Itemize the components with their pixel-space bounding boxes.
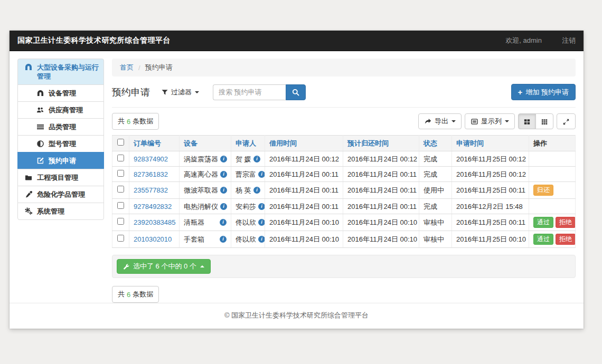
device-name: 涡旋震荡器 [184, 155, 218, 164]
top-navbar: 国家卫生计生委科学技术研究所综合管理平台 欢迎, admin 注销 [10, 31, 584, 51]
sidebar-item-equipment-section[interactable]: 大型设备采购与运行管理 [17, 59, 104, 85]
magnet-icon [36, 89, 44, 97]
selection-actions-button[interactable]: 选中了 6 个中的 0 个 [117, 259, 211, 274]
applicant-name: 佟以欣 [236, 235, 256, 244]
borrow-time: 2016年11月24日 00:11 [269, 170, 338, 178]
show-columns-button[interactable]: 显示列 [465, 113, 515, 129]
apply-time: 2016年11月25日 00:12 [456, 155, 526, 163]
add-reservation-label: 增加 预约申请 [525, 88, 569, 97]
sidebar-item-model-management[interactable]: 型号管理 [17, 135, 104, 152]
applicant-name: 佟以欣 [236, 218, 256, 227]
reject-button[interactable]: 拒绝 [556, 234, 576, 245]
column-header-applicant[interactable]: 申请人 [236, 139, 256, 147]
logout-link[interactable]: 注销 [562, 36, 576, 45]
status-text: 审核中 [424, 235, 444, 243]
row-checkbox[interactable] [117, 235, 124, 242]
table-view-button[interactable] [535, 113, 553, 129]
grid-small-icon [541, 118, 548, 126]
export-button[interactable]: 导出 [418, 113, 462, 129]
order-id-link[interactable]: 928374902 [134, 155, 168, 163]
table-header-row: 订单编号 设备 申请人 借用时间 预计归还时间 状态 申请时间 操作 [112, 136, 576, 151]
info-icon[interactable]: i [258, 236, 265, 243]
column-header-device[interactable]: 设备 [184, 139, 197, 147]
order-id-link[interactable]: 235577832 [134, 186, 168, 194]
order-id-link[interactable]: 2010302010 [134, 235, 172, 243]
sidebar-item-project-management[interactable]: 工程项目管理 [17, 169, 104, 186]
approve-button[interactable]: 通过 [533, 217, 553, 228]
info-icon[interactable]: i [258, 203, 265, 210]
info-icon[interactable]: i [220, 219, 227, 226]
order-id-link[interactable]: 23920383485 [134, 218, 176, 226]
sidebar-item-reservation-request[interactable]: 预约申请 [17, 152, 104, 169]
count-suffix: 条数据 [133, 117, 153, 126]
table-row: 827361832 高速离心器i 曹宗富i 2016年11月24日 00:11 … [112, 167, 576, 182]
column-header-borrow-time[interactable]: 借用时间 [269, 139, 297, 147]
sidebar-item-device-management[interactable]: 设备管理 [17, 84, 104, 102]
search-icon [292, 89, 299, 96]
caret-down-icon [195, 91, 199, 93]
folder-icon [25, 174, 32, 181]
info-icon[interactable]: i [220, 187, 227, 194]
show-columns-label: 显示列 [481, 117, 502, 126]
add-reservation-button[interactable]: + 增加 预约申请 [511, 84, 576, 100]
column-header-status[interactable]: 状态 [424, 139, 437, 147]
reject-button[interactable]: 拒绝 [556, 217, 576, 228]
column-header-apply-time[interactable]: 申请时间 [456, 139, 484, 147]
device-name: 电热消解仪 [184, 202, 218, 211]
main-panel: 首页 / 预约申请 预约申请 过滤器 [112, 59, 576, 303]
info-icon[interactable]: i [220, 203, 227, 210]
count-number: 6 [127, 291, 130, 299]
funnel-icon [162, 89, 168, 95]
applicant-name: 曹宗富 [236, 170, 256, 179]
row-checkbox[interactable] [117, 155, 124, 161]
info-icon[interactable]: i [220, 171, 227, 178]
sidebar-item-system-management[interactable]: 系统管理 [17, 203, 104, 220]
search-input[interactable] [213, 84, 286, 100]
select-all-checkbox[interactable] [117, 139, 124, 146]
expand-icon [562, 118, 570, 126]
filter-dropdown-button[interactable]: 过滤器 [162, 88, 199, 97]
reservations-table: 订单编号 设备 申请人 借用时间 预计归还时间 状态 申请时间 操作 [112, 135, 576, 248]
apply-time: 2016年11月25日 00:11 [456, 186, 525, 194]
order-id-link[interactable]: 9278492832 [134, 203, 172, 210]
return-time: 2016年11月24日 00:12 [347, 155, 417, 163]
device-name: 微波萃取器 [184, 186, 218, 195]
sidebar-item-label: 供应商管理 [49, 106, 83, 114]
column-header-order-id[interactable]: 订单编号 [134, 139, 161, 147]
sidebar-item-hazardous-chemicals[interactable]: 危险化学品管理 [17, 186, 104, 203]
sidebar-item-supplier-management[interactable]: 供应商管理 [17, 101, 104, 119]
return-button[interactable]: 归还 [533, 185, 553, 196]
sidebar-item-category-management[interactable]: 品类管理 [17, 118, 104, 136]
info-icon[interactable]: i [220, 156, 227, 162]
device-name: 高速离心器 [184, 170, 218, 179]
order-id-link[interactable]: 827361832 [134, 170, 168, 178]
info-icon[interactable]: i [258, 219, 265, 226]
row-checkbox[interactable] [117, 186, 124, 193]
info-icon[interactable]: i [253, 156, 260, 162]
return-time: 2016年11月24日 00:11 [347, 186, 417, 194]
record-count-badge: 共 6 条数据 [112, 113, 159, 130]
app-title: 国家卫生计生委科学技术研究所综合管理平台 [17, 36, 171, 45]
info-icon[interactable]: i [253, 187, 260, 194]
wrench-icon [123, 264, 129, 270]
row-checkbox[interactable] [117, 170, 124, 177]
apply-time: 2016年12月2日 15:48 [456, 203, 523, 210]
row-checkbox[interactable] [117, 218, 124, 225]
row-checkbox[interactable] [117, 202, 124, 209]
info-icon[interactable]: i [220, 236, 227, 243]
breadcrumb-home-link[interactable]: 首页 [120, 63, 134, 72]
search-button[interactable] [286, 84, 306, 100]
count-number: 6 [127, 118, 130, 126]
borrow-time: 2016年11月24日 00:12 [269, 155, 339, 163]
card-view-button[interactable] [518, 113, 536, 129]
device-name: 清瓶器 [184, 218, 204, 227]
column-header-return-time[interactable]: 预计归还时间 [347, 139, 389, 147]
fullscreen-button[interactable] [557, 113, 576, 129]
approve-button[interactable]: 通过 [533, 234, 553, 245]
desktop-background: 国家卫生计生委科学技术研究所综合管理平台 欢迎, admin 注销 大型设备采购… [0, 0, 602, 364]
sidebar: 大型设备采购与运行管理 设备管理 供应商管理 [17, 59, 104, 220]
sidebar-item-label: 型号管理 [49, 139, 76, 148]
info-icon[interactable]: i [258, 171, 265, 178]
record-count-badge-bottom: 共 6 条数据 [112, 286, 159, 303]
applicant-name: 杨 英 [236, 186, 251, 195]
